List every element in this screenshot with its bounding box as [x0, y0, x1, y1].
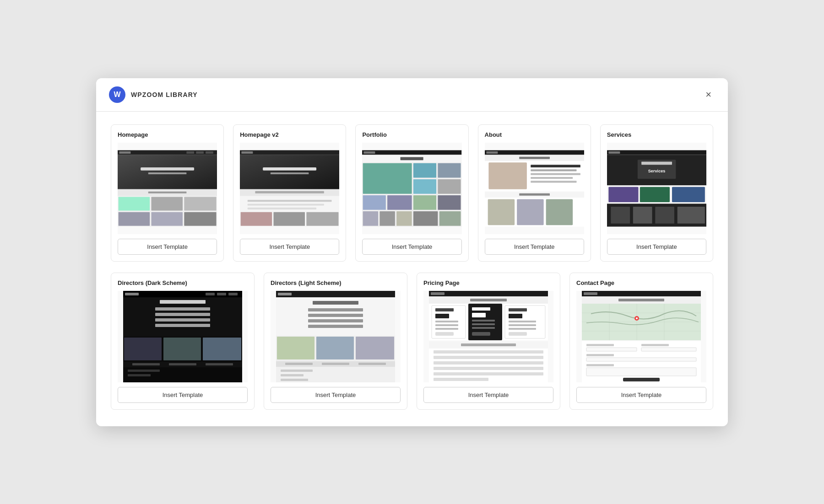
svg-rect-66 [488, 199, 514, 225]
svg-rect-45 [413, 195, 436, 210]
svg-rect-10 [148, 191, 187, 193]
svg-rect-25 [255, 191, 324, 193]
svg-rect-92 [155, 313, 210, 316]
svg-rect-177 [586, 344, 614, 346]
svg-rect-70 [608, 151, 620, 153]
svg-rect-47 [363, 211, 378, 226]
card-footer-about: Insert Template [478, 234, 591, 261]
svg-rect-148 [509, 314, 522, 318]
svg-rect-30 [241, 212, 272, 225]
svg-rect-156 [434, 350, 543, 354]
svg-rect-38 [363, 163, 412, 193]
template-card-pricing: Pricing Page [417, 273, 560, 410]
svg-rect-105 [128, 374, 151, 376]
card-inner-homepage-v2: Homepage v2 [233, 125, 346, 234]
svg-rect-3 [196, 151, 204, 153]
svg-rect-61 [531, 177, 573, 178]
modal-header: W WPZOOM LIBRARY × [96, 78, 728, 112]
template-name-contact: Contact Page [576, 279, 706, 286]
svg-rect-77 [640, 187, 670, 202]
template-preview-directors-light [271, 291, 401, 382]
insert-template-portfolio[interactable]: Insert Template [362, 239, 461, 255]
svg-rect-136 [435, 324, 458, 326]
card-inner-services: Services Services [601, 125, 713, 234]
svg-rect-59 [531, 169, 576, 171]
card-footer-pricing: Insert Template [417, 382, 560, 409]
svg-rect-98 [203, 338, 241, 360]
svg-rect-104 [128, 370, 160, 372]
svg-rect-96 [124, 338, 162, 360]
svg-rect-101 [169, 363, 196, 365]
card-inner-directors-dark: Directors (Dark Scheme) [111, 273, 254, 382]
svg-rect-111 [308, 314, 363, 317]
svg-rect-158 [434, 361, 543, 365]
svg-rect-147 [509, 308, 527, 311]
svg-rect-52 [485, 150, 584, 155]
svg-rect-137 [435, 328, 458, 330]
template-preview-directors-dark [118, 291, 248, 382]
svg-rect-86 [125, 293, 139, 295]
svg-rect-117 [356, 337, 394, 359]
card-inner-portfolio: Portfolio [356, 125, 468, 234]
insert-template-directors-light[interactable]: Insert Template [271, 387, 401, 403]
svg-rect-145 [472, 332, 490, 336]
insert-template-contact[interactable]: Insert Template [576, 387, 706, 403]
template-name-homepage: Homepage [118, 131, 217, 138]
insert-template-homepage[interactable]: Insert Template [118, 239, 217, 255]
svg-rect-180 [641, 348, 696, 351]
insert-template-homepage-v2[interactable]: Insert Template [240, 239, 339, 255]
svg-rect-141 [472, 313, 486, 317]
close-button[interactable]: × [702, 88, 715, 102]
svg-rect-53 [486, 151, 498, 153]
template-name-portfolio: Portfolio [362, 131, 461, 138]
svg-rect-29 [248, 207, 316, 209]
svg-rect-62 [531, 181, 576, 182]
svg-rect-179 [641, 344, 669, 346]
card-inner-contact: Contact Page [570, 273, 713, 382]
svg-rect-154 [461, 343, 516, 346]
svg-rect-184 [586, 368, 696, 376]
svg-rect-107 [276, 291, 395, 297]
svg-rect-31 [274, 212, 305, 225]
svg-rect-116 [316, 337, 354, 359]
template-name-directors-light: Directors (Light Scheme) [271, 279, 401, 286]
svg-rect-80 [611, 207, 630, 224]
insert-template-services[interactable]: Insert Template [607, 239, 706, 255]
svg-rect-97 [163, 338, 201, 360]
svg-rect-125 [281, 379, 308, 381]
template-card-directors-light: Directors (Light Scheme) [264, 273, 407, 410]
modal-title: WPZOOM LIBRARY [131, 91, 198, 98]
svg-rect-28 [248, 204, 324, 205]
svg-rect-144 [472, 327, 495, 329]
template-card-directors-dark: Directors (Dark Scheme) [111, 273, 255, 410]
svg-rect-21 [240, 155, 339, 189]
svg-rect-83 [677, 207, 705, 224]
svg-rect-73 [641, 161, 672, 165]
template-name-directors-dark: Directors (Dark Scheme) [118, 279, 248, 286]
svg-rect-43 [363, 195, 386, 210]
svg-rect-130 [470, 299, 507, 301]
svg-rect-57 [488, 162, 527, 189]
svg-rect-166 [618, 299, 664, 301]
svg-rect-42 [438, 179, 461, 193]
template-name-about: About [485, 131, 584, 138]
svg-rect-185 [623, 378, 660, 381]
svg-rect-49 [397, 211, 412, 226]
card-footer-homepage-v2: Insert Template [233, 234, 346, 261]
svg-rect-32 [307, 212, 339, 225]
svg-rect-40 [438, 163, 461, 177]
insert-template-directors-dark[interactable]: Insert Template [118, 387, 248, 403]
svg-rect-127 [429, 291, 548, 296]
template-preview-contact [576, 291, 706, 382]
template-card-about: About [478, 124, 591, 262]
insert-template-about[interactable]: Insert Template [485, 239, 584, 255]
svg-rect-90 [160, 300, 206, 304]
svg-rect-34 [364, 151, 375, 153]
svg-rect-46 [438, 195, 461, 210]
template-name-homepage-v2: Homepage v2 [240, 131, 339, 138]
svg-rect-133 [435, 308, 454, 311]
svg-rect-164 [584, 292, 597, 295]
insert-template-pricing[interactable]: Insert Template [423, 387, 553, 403]
svg-rect-123 [281, 370, 313, 372]
template-preview-services: Services [607, 143, 706, 234]
